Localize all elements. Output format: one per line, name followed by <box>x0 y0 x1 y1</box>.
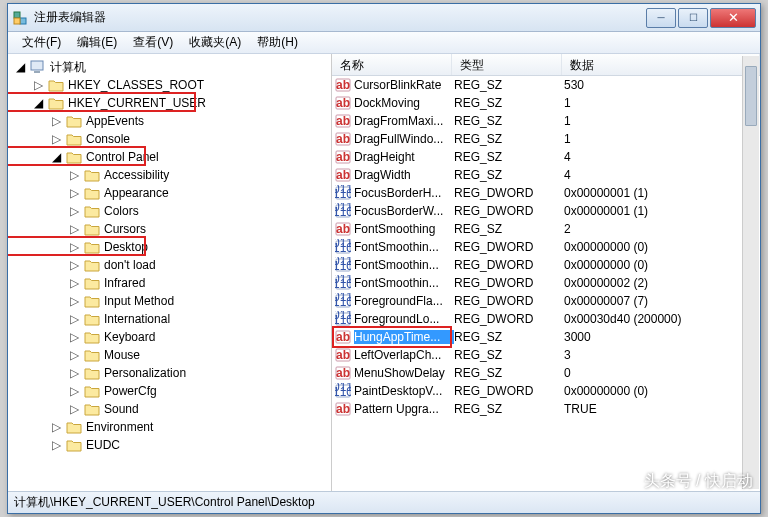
tree-item[interactable]: ▷Mouse <box>8 346 331 364</box>
col-name[interactable]: 名称 <box>332 54 452 75</box>
value-data: 1 <box>564 96 760 110</box>
list-row[interactable]: 011110FocusBorderW...REG_DWORD0x00000001… <box>332 202 760 220</box>
tree-item[interactable]: ▷Accessibility <box>8 166 331 184</box>
tree-item[interactable]: ▷Personalization <box>8 364 331 382</box>
chevron-right-icon[interactable]: ▷ <box>32 78 44 92</box>
chevron-right-icon[interactable]: ▷ <box>68 348 80 362</box>
tree-pane[interactable]: ◢计算机▷HKEY_CLASSES_ROOT◢HKEY_CURRENT_USER… <box>8 54 332 491</box>
string-value-icon: ab <box>335 401 351 417</box>
list-row[interactable]: 011110ForegroundLo...REG_DWORD0x00030d40… <box>332 310 760 328</box>
tree-item[interactable]: ▷PowerCfg <box>8 382 331 400</box>
tree-item[interactable]: ▷Sound <box>8 400 331 418</box>
tree-item[interactable]: ▷Desktop <box>8 238 331 256</box>
value-type: REG_DWORD <box>454 258 564 272</box>
list-row[interactable]: abDragWidthREG_SZ4 <box>332 166 760 184</box>
list-row[interactable]: abLeftOverlapCh...REG_SZ3 <box>332 346 760 364</box>
value-data: 3000 <box>564 330 760 344</box>
menu-favorites[interactable]: 收藏夹(A) <box>181 34 249 51</box>
chevron-right-icon[interactable]: ▷ <box>68 294 80 308</box>
close-button[interactable]: ✕ <box>710 8 756 28</box>
value-data: 530 <box>564 78 760 92</box>
chevron-right-icon[interactable]: ▷ <box>68 330 80 344</box>
chevron-right-icon[interactable]: ▷ <box>68 240 80 254</box>
chevron-right-icon[interactable]: ▷ <box>50 438 62 452</box>
svg-rect-1 <box>20 18 26 24</box>
list-row[interactable]: 011110ForegroundFla...REG_DWORD0x0000000… <box>332 292 760 310</box>
chevron-down-icon[interactable]: ◢ <box>50 150 62 164</box>
list-row[interactable]: 011110FontSmoothin...REG_DWORD0x00000000… <box>332 256 760 274</box>
chevron-right-icon[interactable]: ▷ <box>68 276 80 290</box>
tree-item[interactable]: ▷Console <box>8 130 331 148</box>
list-row[interactable]: 011110FontSmoothin...REG_DWORD0x00000002… <box>332 274 760 292</box>
list-row[interactable]: abFontSmoothingREG_SZ2 <box>332 220 760 238</box>
list-row[interactable]: abDockMovingREG_SZ1 <box>332 94 760 112</box>
chevron-down-icon[interactable]: ◢ <box>32 96 44 110</box>
tree-item[interactable]: ▷Cursors <box>8 220 331 238</box>
tree-item[interactable]: ▷Input Method <box>8 292 331 310</box>
tree-item[interactable]: ▷Infrared <box>8 274 331 292</box>
chevron-right-icon[interactable]: ▷ <box>68 366 80 380</box>
list-row[interactable]: abDragHeightREG_SZ4 <box>332 148 760 166</box>
chevron-right-icon[interactable]: ▷ <box>50 114 62 128</box>
tree-item[interactable]: ▷Keyboard <box>8 328 331 346</box>
value-type: REG_DWORD <box>454 294 564 308</box>
list-row[interactable]: abDragFromMaxi...REG_SZ1 <box>332 112 760 130</box>
tree-item[interactable]: ▷don't load <box>8 256 331 274</box>
list-row[interactable]: abHungAppTime...REG_SZ3000 <box>332 328 760 346</box>
tree-root[interactable]: ◢计算机 <box>8 58 331 76</box>
chevron-right-icon[interactable]: ▷ <box>68 168 80 182</box>
titlebar[interactable]: 注册表编辑器 ─ ☐ ✕ <box>8 4 760 32</box>
chevron-right-icon[interactable]: ▷ <box>50 420 62 434</box>
chevron-right-icon[interactable]: ▷ <box>68 312 80 326</box>
tree-item[interactable]: ▷AppEvents <box>8 112 331 130</box>
col-type[interactable]: 类型 <box>452 54 562 75</box>
tree-item[interactable]: ◢Control Panel <box>8 148 331 166</box>
list-row[interactable]: abMenuShowDelayREG_SZ0 <box>332 364 760 382</box>
tree-item[interactable]: ▷Appearance <box>8 184 331 202</box>
list-row[interactable]: abCursorBlinkRateREG_SZ530 <box>332 76 760 94</box>
list-row[interactable]: 011110FocusBorderH...REG_DWORD0x00000001… <box>332 184 760 202</box>
list-row[interactable]: abDragFullWindo...REG_SZ1 <box>332 130 760 148</box>
chevron-right-icon[interactable]: ▷ <box>68 222 80 236</box>
list-header[interactable]: 名称 类型 数据 <box>332 54 760 76</box>
chevron-right-icon[interactable]: ▷ <box>68 204 80 218</box>
tree-item[interactable]: ▷Colors <box>8 202 331 220</box>
computer-icon <box>30 60 46 74</box>
tree-item[interactable]: ▷International <box>8 310 331 328</box>
list-pane[interactable]: 名称 类型 数据 abCursorBlinkRateREG_SZ530abDoc… <box>332 54 760 491</box>
menu-edit[interactable]: 编辑(E) <box>69 34 125 51</box>
chevron-down-icon[interactable]: ◢ <box>14 60 26 74</box>
tree-item-label: EUDC <box>86 438 120 452</box>
chevron-right-icon[interactable]: ▷ <box>68 258 80 272</box>
scrollbar-vertical[interactable] <box>742 56 759 489</box>
col-data[interactable]: 数据 <box>562 54 760 75</box>
folder-icon <box>84 186 100 200</box>
menu-view[interactable]: 查看(V) <box>125 34 181 51</box>
chevron-right-icon[interactable]: ▷ <box>68 186 80 200</box>
chevron-right-icon[interactable]: ▷ <box>50 132 62 146</box>
list-row[interactable]: 011110FontSmoothin...REG_DWORD0x00000000… <box>332 238 760 256</box>
folder-icon <box>84 402 100 416</box>
dword-value-icon: 011110 <box>335 185 351 201</box>
minimize-button[interactable]: ─ <box>646 8 676 28</box>
value-data: 0x00000000 (0) <box>564 384 760 398</box>
folder-icon <box>66 438 82 452</box>
tree-item-label: Input Method <box>104 294 174 308</box>
string-value-icon: ab <box>335 221 351 237</box>
tree-item[interactable]: ▷Environment <box>8 418 331 436</box>
scrollbar-thumb[interactable] <box>745 66 757 126</box>
tree-item-label: Accessibility <box>104 168 169 182</box>
menu-help[interactable]: 帮助(H) <box>249 34 306 51</box>
list-row[interactable]: abPattern Upgra...REG_SZTRUE <box>332 400 760 418</box>
value-name: DragFullWindo... <box>354 132 454 146</box>
chevron-right-icon[interactable]: ▷ <box>68 402 80 416</box>
maximize-button[interactable]: ☐ <box>678 8 708 28</box>
menu-file[interactable]: 文件(F) <box>14 34 69 51</box>
value-name: DragHeight <box>354 150 454 164</box>
tree-item[interactable]: ▷HKEY_CLASSES_ROOT <box>8 76 331 94</box>
list-row[interactable]: 011110PaintDesktopV...REG_DWORD0x0000000… <box>332 382 760 400</box>
tree-item[interactable]: ▷EUDC <box>8 436 331 454</box>
chevron-right-icon[interactable]: ▷ <box>68 384 80 398</box>
tree-item[interactable]: ◢HKEY_CURRENT_USER <box>8 94 331 112</box>
tree-item-label: PowerCfg <box>104 384 157 398</box>
